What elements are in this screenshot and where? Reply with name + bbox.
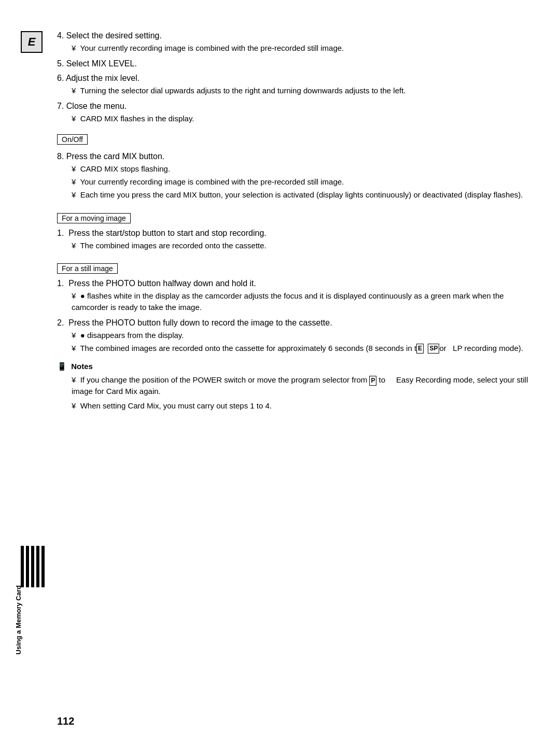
- still-step-1-header: 1. Press the PHOTO button halfway down a…: [57, 279, 529, 288]
- moving-step-1-sub-1: ¥ The combined images are recorded onto …: [72, 240, 529, 251]
- moving-step-1-header: 1. Press the start/stop button to start …: [57, 229, 529, 238]
- notes-label: Notes: [71, 362, 93, 371]
- sidebar-label: Using a Memory Card: [15, 585, 22, 655]
- badge-p: P: [369, 376, 376, 386]
- step-6-sub-1: ¥ Turning the selector dial upwards adju…: [72, 85, 529, 96]
- step-7-sub-1: ¥ CARD MIX flashes in the display.: [72, 113, 529, 124]
- vline-5: [41, 546, 45, 587]
- note-2: ¥ When setting Card Mix, you must carry …: [72, 400, 529, 412]
- page-number-text: 112: [57, 715, 74, 727]
- step-8-header: 8. Press the card MIX button.: [57, 152, 529, 161]
- step-5: 5. Select MIX LEVEL.: [57, 59, 529, 68]
- circle-bullet-2: ●: [80, 331, 85, 340]
- step-4: 4. Select the desired setting. ¥ Your cu…: [57, 31, 529, 54]
- step-7-text: Close the menu.: [66, 102, 127, 110]
- step-6-number: 6.: [57, 74, 66, 82]
- vline-4: [36, 546, 39, 587]
- still-step-2-sub-2: ¥ The combined images are recorded onto …: [72, 343, 529, 354]
- e-label-text: E: [28, 35, 36, 49]
- for-still-image-tag: For a still image: [57, 263, 118, 274]
- still-step-1-sub-1: ¥ ● flashes white in the display as the …: [72, 290, 529, 313]
- e-label: E: [21, 31, 43, 53]
- still-step-2: 2. Press the PHOTO button fully down to …: [57, 318, 529, 354]
- step-6-text: Adjust the mix level.: [66, 74, 139, 82]
- step-8-number: 8.: [57, 152, 66, 161]
- step-7-header: 7. Close the menu.: [57, 102, 529, 111]
- step-5-text: Select MIX LEVEL.: [66, 59, 137, 68]
- main-content: 4. Select the desired setting. ¥ Your cu…: [57, 31, 529, 412]
- notes-header: 📱 Notes: [57, 362, 529, 371]
- step-8-sub-1: ¥ CARD MIX stops flashing.: [72, 163, 529, 175]
- vline-2: [26, 546, 29, 587]
- on-off-tag-container: On/Off: [57, 129, 529, 148]
- vline-3: [31, 546, 34, 587]
- step-8-sub-3: ¥ Each time you press the card MIX butto…: [72, 189, 529, 201]
- step-5-number: 5.: [57, 59, 66, 68]
- moving-image-tag-container: For a moving image: [57, 208, 529, 227]
- step-7: 7. Close the menu. ¥ CARD MIX flashes in…: [57, 102, 529, 124]
- badge-e: E: [416, 344, 424, 354]
- for-moving-image-tag: For a moving image: [57, 213, 131, 223]
- still-step-1: 1. Press the PHOTO button halfway down a…: [57, 279, 529, 313]
- note-1: ¥ If you change the position of the POWE…: [72, 374, 529, 397]
- still-step-2-sub-1: ¥ ● disappears from the display.: [72, 330, 529, 341]
- notes-section: 📱 Notes ¥ If you change the position of …: [57, 362, 529, 411]
- step-4-header: 4. Select the desired setting.: [57, 31, 529, 40]
- decorative-lines: [21, 546, 45, 587]
- step-6: 6. Adjust the mix level. ¥ Turning the s…: [57, 74, 529, 96]
- step-8-sub-2: ¥ Your currently recording image is comb…: [72, 176, 529, 188]
- still-step-2-header: 2. Press the PHOTO button fully down to …: [57, 318, 529, 328]
- step-7-number: 7.: [57, 102, 66, 110]
- step-4-text: Select the desired setting.: [66, 31, 162, 40]
- still-image-tag-container: For a still image: [57, 258, 529, 277]
- step-4-number: 4.: [57, 31, 66, 40]
- page-container: E Using a Memory Card 4. Select the desi…: [0, 0, 560, 748]
- step-6-header: 6. Adjust the mix level.: [57, 74, 529, 83]
- note-icon: 📱: [57, 362, 67, 371]
- step-4-sub-1: ¥ Your currently recording image is comb…: [72, 43, 529, 54]
- sidebar-vertical-text: Using a Memory Card: [15, 585, 22, 655]
- vline-1: [21, 546, 24, 587]
- on-off-tag: On/Off: [57, 134, 88, 145]
- page-number: 112: [57, 715, 74, 727]
- step-8-text: Press the card MIX button.: [66, 152, 164, 161]
- badge-sp: SP: [428, 344, 439, 354]
- circle-bullet-1: ●: [80, 291, 85, 300]
- step-8: 8. Press the card MIX button. ¥ CARD MIX…: [57, 152, 529, 200]
- step-5-header: 5. Select MIX LEVEL.: [57, 59, 529, 68]
- moving-step-1: 1. Press the start/stop button to start …: [57, 229, 529, 251]
